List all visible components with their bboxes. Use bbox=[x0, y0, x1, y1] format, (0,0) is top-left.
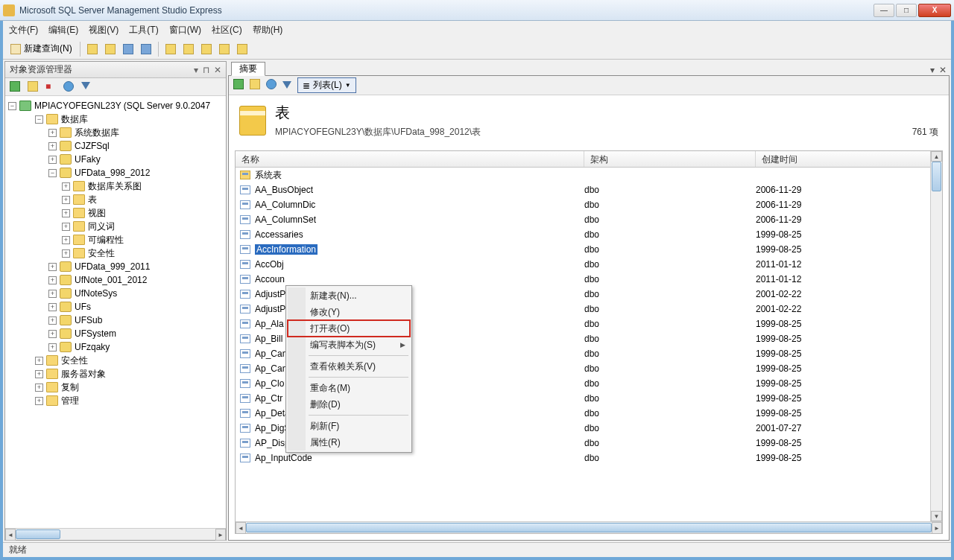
expander-icon[interactable]: + bbox=[48, 156, 57, 164]
tree-item[interactable]: +安全性 bbox=[5, 246, 226, 260]
expander-icon[interactable]: + bbox=[62, 209, 70, 217]
col-created[interactable]: 创建时间 bbox=[756, 151, 942, 167]
filter-icon[interactable] bbox=[282, 80, 291, 91]
tree-item[interactable]: −UFData_998_2012 bbox=[5, 166, 226, 179]
maximize-button[interactable]: □ bbox=[896, 4, 917, 17]
tree-server-node[interactable]: − MPIACYOFEGNL23Y (SQL Server 9.0.2047 bbox=[5, 99, 226, 112]
col-schema[interactable]: 架构 bbox=[584, 151, 756, 167]
menu-view[interactable]: 视图(V) bbox=[89, 24, 119, 36]
context-menu-item[interactable]: 属性(R) bbox=[288, 434, 410, 451]
tree-item[interactable]: +系统数据库 bbox=[5, 126, 226, 139]
toolbar-save-icon[interactable] bbox=[121, 42, 136, 57]
list-hscroll-left[interactable]: ◄ bbox=[236, 522, 246, 534]
tree-item[interactable]: +可编程性 bbox=[5, 233, 226, 246]
expander-icon[interactable]: + bbox=[35, 397, 43, 405]
refresh-icon[interactable] bbox=[63, 81, 75, 93]
expander-icon[interactable]: + bbox=[35, 370, 43, 378]
panel-dropdown-icon[interactable]: ▾ bbox=[194, 65, 198, 75]
list-vscroll[interactable]: ▲ ▼ bbox=[930, 151, 942, 521]
hscroll-left-arrow[interactable]: ◄ bbox=[5, 529, 16, 541]
table-row[interactable]: AccInformationdbo1999-08-25 bbox=[236, 242, 942, 257]
stop-icon[interactable]: ■ bbox=[45, 81, 57, 93]
tree-item[interactable]: +同义词 bbox=[5, 220, 226, 233]
object-explorer-tree[interactable]: − MPIACYOFEGNL23Y (SQL Server 9.0.2047 −… bbox=[5, 96, 226, 528]
tree-item[interactable]: +管理 bbox=[5, 394, 226, 407]
tree-item[interactable]: +CJZFSql bbox=[5, 139, 226, 153]
expander-icon[interactable]: + bbox=[48, 263, 57, 271]
tab-dropdown-icon[interactable]: ▾ bbox=[930, 65, 935, 75]
tree-item[interactable]: +视图 bbox=[5, 206, 226, 220]
context-menu-item[interactable]: 编写表脚本为(S)▶ bbox=[288, 337, 410, 353]
list-hscroll[interactable]: ◄ ► bbox=[236, 521, 942, 533]
new-query-button[interactable]: 新建查询(N) bbox=[7, 41, 75, 57]
expander-icon[interactable]: + bbox=[35, 384, 43, 392]
expander-icon[interactable]: + bbox=[48, 276, 57, 284]
col-name[interactable]: 名称 bbox=[236, 151, 584, 167]
expander-icon[interactable]: + bbox=[35, 357, 43, 365]
toolbar-saveall-icon[interactable] bbox=[139, 42, 154, 57]
back-icon[interactable] bbox=[233, 79, 244, 92]
disconnect-icon[interactable] bbox=[28, 81, 40, 93]
filter-icon-left[interactable] bbox=[81, 81, 93, 93]
expander-icon[interactable]: − bbox=[8, 102, 16, 110]
up-icon[interactable] bbox=[266, 79, 277, 92]
tree-item[interactable]: +UFData_999_2011 bbox=[5, 260, 226, 273]
tab-close-icon[interactable]: ✕ bbox=[939, 65, 947, 75]
expander-icon[interactable]: + bbox=[48, 343, 57, 351]
table-row[interactable]: AA_ColumnDicdbo2006-11-29 bbox=[236, 197, 942, 212]
object-explorer-hscroll[interactable]: ◄ ► bbox=[5, 528, 226, 540]
menu-edit[interactable]: 编辑(E) bbox=[48, 24, 78, 36]
vscroll-up-arrow[interactable]: ▲ bbox=[931, 151, 942, 162]
table-row[interactable]: Accessariesdbo1999-08-25 bbox=[236, 227, 942, 242]
context-menu-item[interactable]: 删除(D) bbox=[288, 396, 410, 413]
expander-icon[interactable]: + bbox=[48, 316, 57, 325]
list-view-button[interactable]: ≣ 列表(L) ▼ bbox=[297, 77, 356, 93]
tree-item[interactable]: +数据库关系图 bbox=[5, 179, 226, 193]
tree-item[interactable]: +UFaky bbox=[5, 153, 226, 166]
connect-icon[interactable] bbox=[10, 81, 22, 93]
tree-item[interactable]: +表 bbox=[5, 193, 226, 206]
expander-icon[interactable]: + bbox=[48, 330, 57, 338]
toolbar-btn-e[interactable] bbox=[235, 42, 250, 57]
minimize-button[interactable]: — bbox=[874, 4, 894, 17]
close-button[interactable]: X bbox=[918, 4, 951, 17]
table-row[interactable]: Accoundbo2011-01-12 bbox=[236, 272, 942, 287]
menu-community[interactable]: 社区(C) bbox=[212, 24, 242, 36]
expander-icon[interactable]: + bbox=[48, 129, 57, 137]
tree-item[interactable]: +UFSystem bbox=[5, 327, 226, 340]
table-row[interactable]: Ap_InputCodedbo1999-08-25 bbox=[236, 451, 942, 465]
forward-icon[interactable] bbox=[250, 79, 260, 92]
toolbar-open-icon[interactable] bbox=[103, 42, 118, 57]
expander-icon[interactable]: − bbox=[35, 115, 43, 124]
toolbar-new-icon[interactable] bbox=[85, 42, 100, 57]
panel-close-icon[interactable]: ✕ bbox=[214, 65, 221, 75]
hscroll-right-arrow[interactable]: ► bbox=[215, 529, 226, 541]
table-row[interactable]: AA_ColumnSetdbo2006-11-29 bbox=[236, 212, 942, 227]
expander-icon[interactable]: + bbox=[48, 142, 57, 150]
vscroll-thumb[interactable] bbox=[932, 162, 941, 191]
context-menu-item[interactable]: 修改(Y) bbox=[288, 304, 410, 320]
context-menu-item[interactable]: 重命名(M) bbox=[288, 380, 410, 396]
tree-item[interactable]: +UFs bbox=[5, 300, 226, 314]
tree-item[interactable]: +安全性 bbox=[5, 354, 226, 367]
tree-item[interactable]: +UFzqaky bbox=[5, 340, 226, 354]
expander-icon[interactable]: + bbox=[48, 303, 57, 311]
context-menu-item[interactable]: 打开表(O) bbox=[288, 320, 410, 337]
context-menu-item[interactable]: 新建表(N)... bbox=[288, 287, 410, 304]
menu-tools[interactable]: 工具(T) bbox=[129, 24, 158, 36]
vscroll-down-arrow[interactable]: ▼ bbox=[931, 511, 942, 521]
expander-icon[interactable]: − bbox=[48, 169, 57, 177]
tab-summary[interactable]: 摘要 bbox=[231, 62, 265, 76]
context-menu-item[interactable]: 查看依赖关系(V) bbox=[288, 358, 410, 375]
expander-icon[interactable]: + bbox=[62, 223, 70, 231]
toolbar-btn-d[interactable] bbox=[217, 42, 232, 57]
tree-item[interactable]: +服务器对象 bbox=[5, 367, 226, 381]
tree-item[interactable]: +复制 bbox=[5, 381, 226, 394]
list-hscroll-thumb[interactable] bbox=[246, 523, 932, 532]
expander-icon[interactable]: + bbox=[62, 249, 70, 258]
tree-item[interactable]: +UFSub bbox=[5, 314, 226, 327]
menu-window[interactable]: 窗口(W) bbox=[169, 24, 201, 36]
expander-icon[interactable]: + bbox=[62, 196, 70, 204]
toolbar-btn-a[interactable] bbox=[163, 42, 178, 57]
tree-item[interactable]: +UfNoteSys bbox=[5, 287, 226, 300]
